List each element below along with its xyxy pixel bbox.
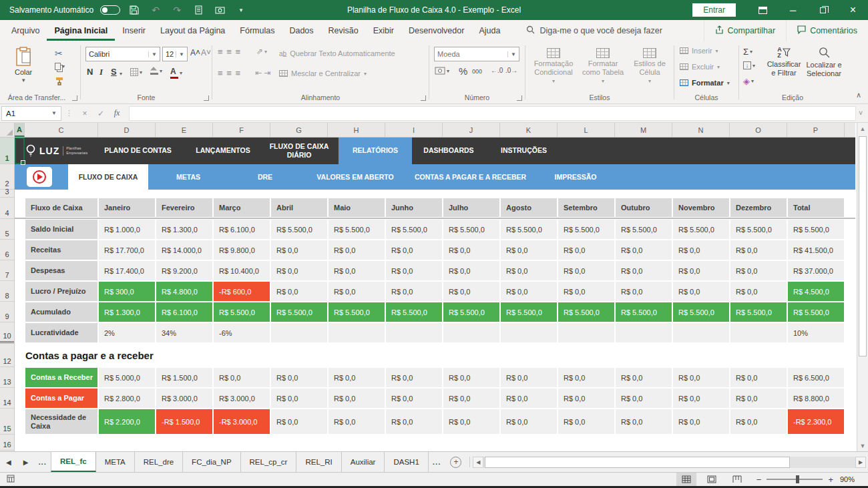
ribbon-tab-ajuda[interactable]: Ajuda [471,21,507,41]
italic-button[interactable]: I [99,67,103,77]
horizontal-scrollbar[interactable]: ◀ ▶ [473,452,866,472]
row-label[interactable]: Lucratividade [25,323,97,342]
table-cell[interactable]: R$ 17.400,0 [99,261,155,280]
table-cell[interactable]: R$ 0,0 [329,368,385,387]
column-header-N[interactable]: N [672,123,730,137]
table-cell[interactable] [386,323,442,342]
table-cell[interactable]: R$ 5.500,0 [443,220,499,239]
sign-in-button[interactable]: Entrar [692,3,736,17]
nav-relatórios[interactable]: RELATÓRIOS [339,138,412,164]
row-header-7[interactable]: 7 [0,260,14,281]
zoom-out-icon[interactable]: − [756,475,762,485]
table-cell[interactable]: R$ 0,0 [386,368,442,387]
conditional-formatting-button[interactable]: Formatação Condicional ▾ [529,48,578,84]
zoom-slider-thumb[interactable] [796,475,799,483]
table-cell[interactable]: R$ 5.500,0 [616,220,672,239]
camera-icon[interactable] [212,3,227,17]
format-painter-icon[interactable] [55,76,64,85]
align-top-icons[interactable]: ≡ ≡ ≡ [218,47,241,57]
table-cell[interactable]: R$ 0,0 [673,282,729,301]
table-cell[interactable]: R$ 0,0 [673,409,729,434]
table-cell[interactable]: R$ 0,0 [501,368,557,387]
table-cell[interactable]: R$ 0,0 [558,282,614,301]
table-cell[interactable]: R$ 5.500,0 [329,220,385,239]
accessibility-status-icon[interactable] [7,475,15,485]
table-cell[interactable] [501,323,557,342]
table-cell[interactable]: R$ 0,0 [558,240,614,260]
column-header-E[interactable]: E [156,123,213,137]
table-cell[interactable]: R$ 1.000,0 [99,220,155,239]
subnav-dre[interactable]: DRE [228,164,302,190]
name-box-splitter[interactable]: ⋮ [61,109,77,117]
sort-filter-button[interactable]: AZ Classificar e Filtrar [765,47,803,77]
column-header-D[interactable]: D [98,123,156,137]
table-cell[interactable]: R$ 41.500,0 [788,240,844,260]
row-label[interactable]: Lucro / Prejuízo [25,282,97,301]
insert-function-icon[interactable]: fx [109,108,125,118]
vertical-scrollbar[interactable]: ▲ ▼ [857,123,868,451]
play-button[interactable] [27,167,52,187]
horizontal-scroll-thumb[interactable] [485,457,789,468]
sheet-tab-rel_ri[interactable]: REL_RI [296,452,341,472]
nav-fluxo-de-caixa-diário[interactable]: FLUXO DE CAIXA DIÁRIO [260,138,339,164]
underline-button[interactable]: S [111,67,117,77]
table-cell[interactable]: R$ 0,0 [329,282,385,301]
table-cell[interactable]: R$ 0,0 [443,240,499,260]
table-cell[interactable] [271,323,327,342]
new-sheet-button[interactable]: + [450,457,461,468]
table-cell[interactable]: R$ 2.800,0 [99,389,155,408]
table-cell[interactable]: R$ 5.500,0 [386,302,442,322]
table-cell[interactable]: R$ 0,0 [271,389,327,408]
column-header-A[interactable]: A [15,123,25,137]
sheet-overflow-left[interactable]: ... [34,452,51,472]
table-cell[interactable]: R$ 0,0 [386,240,442,260]
table-cell[interactable]: R$ 6.100,0 [214,220,270,239]
subnav-contas-a-pagar-e-a-receber[interactable]: CONTAS A PAGAR E A RECEBER [409,164,532,190]
table-cell[interactable]: R$ 0,0 [730,389,787,408]
percent-style-icon[interactable]: % [459,65,467,77]
alignment-dialog-launcher-icon[interactable] [421,95,426,101]
row-label[interactable]: Contas a Pagar [25,389,97,408]
table-cell[interactable]: R$ 0,0 [329,389,385,408]
table-cell[interactable]: R$ 0,0 [558,409,614,434]
zoom-level[interactable]: 90% [840,475,860,483]
table-cell[interactable]: 34% [156,323,212,342]
column-header-K[interactable]: K [500,123,558,137]
normal-view-button[interactable] [676,473,696,486]
table-cell[interactable] [730,323,787,342]
increase-decimal-icon[interactable]: ←.0 [491,67,503,74]
row-label[interactable]: Contas a Receber [25,368,97,387]
column-header-F[interactable]: F [213,123,270,137]
decrease-decimal-icon[interactable]: .0→ [505,67,517,74]
bold-button[interactable]: N [87,67,93,77]
month-header-março[interactable]: Março [214,198,270,217]
expand-formula-bar-icon[interactable]: ˅ [859,109,868,117]
ribbon-tab-exibir[interactable]: Exibir [366,21,401,41]
table-cell[interactable]: R$ 5.500,0 [558,220,614,239]
column-header-L[interactable]: L [558,123,615,137]
ribbon-tab-inserir[interactable]: Inserir [115,21,153,41]
table-cell[interactable]: R$ 0,0 [271,261,327,280]
table-cell[interactable]: R$ 14.000,0 [156,240,212,260]
row-header-14[interactable]: 14 [0,388,14,409]
quick-access-caret-icon[interactable]: ▾ [234,3,248,17]
column-header-H[interactable]: H [328,123,385,137]
month-header-dezembro[interactable]: Dezembro [730,198,787,217]
table-cell[interactable]: R$ 0,0 [443,409,499,434]
ribbon-tab-arquivo[interactable]: Arquivo [4,21,47,41]
sheet-tab-meta[interactable]: META [96,452,135,472]
row-header-5[interactable]: 5 [0,219,14,240]
comma-style-icon[interactable]: 000 [472,68,482,75]
collapse-ribbon-icon[interactable]: ∧ [856,91,861,99]
enter-formula-icon[interactable]: ✓ [93,109,109,118]
accounting-format-icon[interactable]: ▾ [435,67,449,75]
month-header-novembro[interactable]: Novembro [673,198,729,217]
table-cell[interactable]: R$ 0,0 [501,409,557,434]
zoom-in-icon[interactable]: + [828,475,833,485]
cut-icon[interactable]: ✂ [55,48,63,59]
row-label[interactable]: Saldo Inicial [25,220,97,239]
month-header-janeiro[interactable]: Janeiro [99,198,155,217]
table-cell[interactable]: R$ 5.500,0 [443,302,499,322]
table-cell[interactable] [673,323,729,342]
month-header-julho[interactable]: Julho [443,198,499,217]
